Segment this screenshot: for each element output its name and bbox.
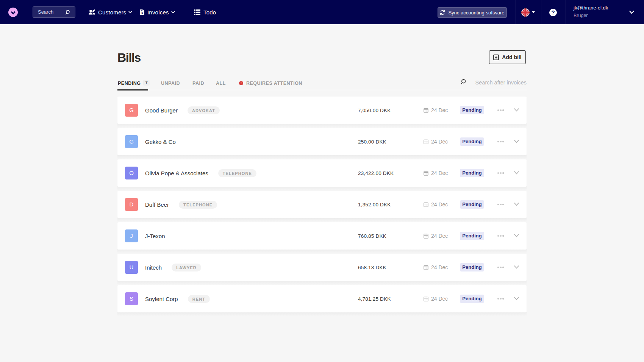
svg-text:$: $ <box>141 11 143 14</box>
